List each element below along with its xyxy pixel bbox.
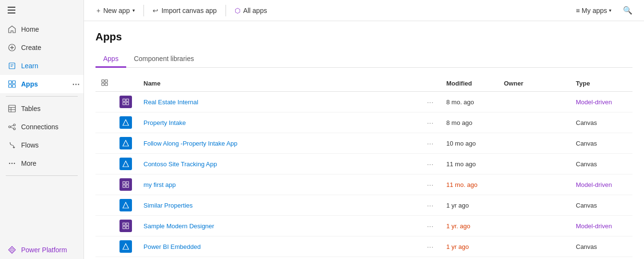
sidebar-item-learn[interactable]: Learn: [0, 57, 83, 75]
my-apps-label: My apps: [582, 7, 607, 14]
svg-line-17: [11, 125, 13, 127]
svg-rect-7: [12, 81, 15, 84]
topbar-separator-2: [226, 5, 226, 16]
svg-rect-37: [126, 185, 129, 187]
app-name[interactable]: Real Estate Internal: [138, 92, 421, 112]
app-icon-cell: [114, 112, 138, 133]
sidebar-divider-1: [6, 96, 78, 97]
app-name[interactable]: Property Intake: [138, 112, 421, 133]
row-more-dots[interactable]: ···: [421, 216, 441, 236]
row-more-dots[interactable]: ···: [421, 133, 441, 154]
app-type: Canvas: [570, 195, 632, 216]
import-canvas-app-button[interactable]: ↩ Import canvas app: [148, 4, 221, 17]
table-row: Sample Modern Designer ··· 1 yr. ago Mod…: [95, 216, 632, 236]
more-icon: [8, 159, 16, 168]
svg-rect-24: [105, 80, 107, 82]
connections-icon: [8, 123, 16, 131]
app-icon: [119, 158, 132, 170]
sidebar-item-flows[interactable]: Flows: [0, 136, 83, 154]
row-checkbox[interactable]: [95, 257, 114, 259]
app-name[interactable]: Sample Real Estate: [138, 257, 421, 259]
svg-rect-3: [9, 63, 15, 69]
app-name[interactable]: Similar Properties: [138, 195, 421, 216]
row-checkbox[interactable]: [95, 195, 114, 216]
sidebar-item-home[interactable]: Home: [0, 20, 83, 38]
search-button[interactable]: 🔍: [619, 3, 636, 18]
col-dots-header: [421, 75, 441, 92]
app-modified: 11 mo ago: [441, 154, 498, 174]
svg-rect-10: [9, 105, 15, 112]
page-title: Apps: [95, 31, 632, 43]
svg-marker-32: [123, 140, 129, 146]
tab-component-libraries-label: Component libraries: [134, 55, 194, 62]
row-checkbox[interactable]: [95, 174, 114, 195]
row-more-dots[interactable]: ···: [421, 92, 441, 112]
app-owner: [498, 92, 570, 112]
app-modified: 8 mo ago: [441, 112, 498, 133]
app-name[interactable]: Follow Along -Property Intake App: [138, 133, 421, 154]
sidebar-item-connections[interactable]: Connections: [0, 118, 83, 136]
sidebar-divider-2: [6, 175, 78, 176]
hamburger-menu[interactable]: [0, 0, 83, 20]
app-name[interactable]: Contoso Site Tracking App: [138, 154, 421, 174]
tab-component-libraries[interactable]: Component libraries: [126, 51, 202, 68]
svg-point-16: [13, 128, 15, 130]
plus-icon: +: [96, 7, 100, 14]
topbar: + New app ▾ ↩ Import canvas app ⬡ All ap…: [84, 0, 644, 21]
app-owner: [498, 174, 570, 195]
filter-lines-icon: ≡: [576, 7, 580, 14]
power-platform-item[interactable]: Power Platform: [0, 241, 83, 259]
apps-more-icon[interactable]: ⋯: [72, 80, 80, 89]
sidebar-item-apps[interactable]: Apps ⋯: [0, 75, 83, 93]
tab-apps-label: Apps: [103, 55, 119, 62]
row-more-dots[interactable]: ···: [421, 195, 441, 216]
sidebar-item-create-label: Create: [21, 44, 41, 51]
row-more-dots[interactable]: ···: [421, 257, 441, 259]
row-more-dots[interactable]: ···: [421, 154, 441, 174]
table-row: Sample Real Estate ··· 1 yr ago Canvas: [95, 257, 632, 259]
all-apps-button[interactable]: ⬡ All apps: [230, 4, 272, 17]
app-icon-cell: [114, 216, 138, 236]
row-checkbox[interactable]: [95, 112, 114, 133]
app-name[interactable]: Power BI Embedded: [138, 236, 421, 257]
svg-rect-8: [9, 85, 12, 87]
col-modified-header[interactable]: Modified: [441, 75, 498, 92]
sidebar-item-more[interactable]: More: [0, 154, 83, 173]
col-name-header[interactable]: Name: [138, 75, 421, 92]
app-modified: 1 yr. ago: [441, 216, 498, 236]
row-checkbox[interactable]: [95, 133, 114, 154]
new-app-chevron-icon: ▾: [132, 8, 135, 13]
topbar-separator-1: [143, 5, 144, 16]
row-more-dots[interactable]: ···: [421, 236, 441, 257]
my-apps-chevron-icon: ▾: [609, 8, 611, 13]
app-icon-cell: [114, 92, 138, 112]
row-checkbox[interactable]: [95, 154, 114, 174]
table-row: my first app ··· 11 mo. ago Model-driven: [95, 174, 632, 195]
col-type-header[interactable]: Type: [570, 75, 632, 92]
row-more-dots[interactable]: ···: [421, 112, 441, 133]
row-more-dots[interactable]: ···: [421, 174, 441, 195]
my-apps-button[interactable]: ≡ My apps ▾: [572, 4, 615, 17]
app-name[interactable]: Sample Modern Designer: [138, 216, 421, 236]
sidebar-item-create[interactable]: Create: [0, 38, 83, 57]
svg-point-22: [11, 249, 13, 251]
new-app-button[interactable]: + New app ▾: [92, 4, 140, 17]
app-owner: [498, 257, 570, 259]
app-icon: [119, 137, 132, 149]
svg-rect-29: [123, 102, 125, 105]
sidebar-item-tables[interactable]: Tables: [0, 99, 83, 118]
row-checkbox[interactable]: [95, 236, 114, 257]
svg-marker-38: [123, 202, 129, 208]
row-checkbox[interactable]: [95, 216, 114, 236]
svg-rect-23: [102, 80, 104, 82]
tab-apps[interactable]: Apps: [95, 51, 126, 68]
col-owner-header[interactable]: Owner: [498, 75, 570, 92]
all-apps-label: All apps: [243, 7, 267, 14]
app-icon-cell: [114, 133, 138, 154]
app-type: Canvas: [570, 112, 632, 133]
flows-icon: [8, 141, 16, 149]
sidebar-item-more-label: More: [21, 160, 36, 167]
row-checkbox[interactable]: [95, 92, 114, 112]
column-picker-icon[interactable]: [101, 79, 108, 86]
app-name[interactable]: my first app: [138, 174, 421, 195]
